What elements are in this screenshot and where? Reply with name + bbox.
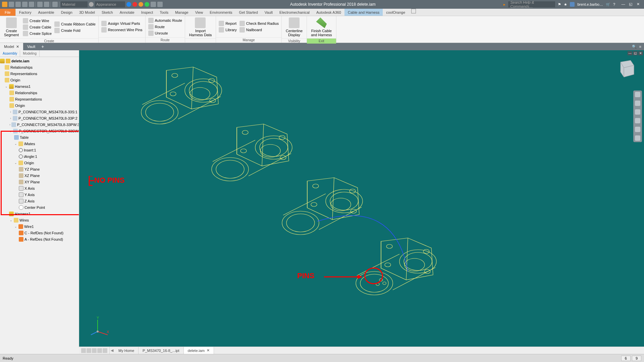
close-button[interactable]: ✕ [635, 2, 641, 7]
swatch-red[interactable] [132, 2, 137, 7]
tab-assemble[interactable]: Assemble [35, 9, 57, 16]
view-cube[interactable] [614, 57, 637, 80]
report-button[interactable]: Report [218, 20, 237, 26]
tab-factory[interactable]: Factory [16, 9, 35, 16]
vp-close-button[interactable]: ✕ [638, 51, 643, 55]
reconnect-wire-pins-button[interactable]: Reconnect Wire Pins [101, 27, 143, 33]
tree-c4-origin[interactable]: ⌄Origin [0, 160, 79, 166]
doctab-home[interactable]: My Home [114, 347, 139, 354]
tree-relationships[interactable]: Relationships [0, 64, 79, 70]
create-fold-button[interactable]: Create Fold [54, 27, 96, 34]
tab-inspect[interactable]: Inspect [138, 9, 156, 16]
open-icon[interactable] [9, 2, 14, 7]
material-dropdown[interactable]: Material [61, 1, 88, 7]
select-icon[interactable] [52, 2, 58, 7]
tree-connector-1[interactable]: ›P_CONNECTOR_MS3470L8-33S:1 [0, 109, 79, 115]
create-cable-button[interactable]: Create Cable [22, 24, 52, 30]
undo-icon[interactable] [22, 2, 28, 7]
tab-tools[interactable]: Tools [156, 9, 172, 16]
redo-icon[interactable] [29, 2, 34, 7]
check-bend-radius-button[interactable]: Check Bend Radius [239, 20, 279, 26]
tree-connector-2[interactable]: ›P_CONNECTOR_MS3470L8-33P:2 [0, 115, 79, 121]
fx-icon[interactable] [151, 2, 156, 7]
swatch-blue[interactable] [126, 2, 131, 7]
graphics-viewport[interactable]: — ◱ ✕ [79, 50, 644, 347]
tree-table[interactable]: Table [0, 134, 79, 140]
doctab-delete[interactable]: delete.iam✕ [184, 347, 214, 354]
add-panel-icon[interactable]: + [41, 44, 44, 49]
app-icon[interactable] [2, 2, 7, 7]
create-wire-button[interactable]: Create Wire [22, 18, 52, 24]
expand-icon[interactable]: › [9, 123, 10, 126]
tree-refdes-a[interactable]: A - RefDes (Not Found) [0, 236, 79, 242]
tree-h1-relationships[interactable]: Relationships [0, 89, 79, 96]
route-button[interactable]: Route [148, 24, 183, 30]
tree-harness1-bottom[interactable]: ⌄Harness1 [0, 210, 79, 217]
tree-wire1[interactable]: ⌄Wire1 [0, 223, 79, 230]
tree-xy-plane[interactable]: XY Plane [0, 179, 79, 185]
create-splice-button[interactable]: Create Splice [22, 31, 52, 37]
panel-tab-model[interactable]: Model✕ [0, 43, 23, 50]
collapse-icon[interactable]: ⌄ [14, 225, 17, 228]
team-icon[interactable] [44, 2, 49, 7]
user-name[interactable]: brent.e.barbo… [577, 2, 603, 6]
tree-h1-origin[interactable]: Origin [0, 102, 79, 109]
nav-fullnav-icon[interactable] [635, 101, 640, 106]
restore-button[interactable]: ◱ [627, 2, 634, 7]
tree-center-point[interactable]: Center Point [0, 204, 79, 210]
tree-root[interactable]: delete.iam [0, 58, 79, 64]
browser-tab-assembly[interactable]: Assembly [0, 50, 20, 57]
library-button[interactable]: Library [218, 27, 237, 33]
close-tab-icon[interactable]: ✕ [207, 348, 210, 353]
minimize-button[interactable]: — [620, 2, 627, 7]
star-icon[interactable]: ★ [564, 2, 567, 7]
mode-4-icon[interactable] [97, 348, 102, 353]
create-segment-button[interactable]: CreateSegment [2, 17, 21, 38]
mode-5-icon[interactable] [103, 348, 107, 353]
tab-view[interactable]: View [192, 9, 207, 16]
material-swatch[interactable] [89, 2, 94, 7]
tree-h1-representations[interactable]: Representations [0, 96, 79, 102]
mode-1-icon[interactable] [81, 348, 86, 353]
tree-yz-plane[interactable]: YZ Plane [0, 166, 79, 172]
tree-imates[interactable]: ⌄iMates [0, 140, 79, 147]
tree-z-axis[interactable]: Z Axis [0, 198, 79, 204]
tree-wires[interactable]: ⌄Wires [0, 217, 79, 223]
save-icon[interactable] [15, 2, 21, 7]
collapse-icon[interactable]: ⌄ [9, 129, 12, 133]
mode-3-icon[interactable] [92, 348, 97, 353]
nailboard-button[interactable]: Nailboard [239, 27, 279, 33]
expand-icon[interactable]: › [9, 110, 12, 114]
tab-manage[interactable]: Manage [172, 9, 192, 16]
ribbon-overflow-icon[interactable] [411, 9, 416, 13]
panel-search-icon[interactable]: 🔍 [632, 45, 637, 49]
file-tab[interactable]: File [0, 9, 16, 16]
finish-cable-harness-button[interactable]: Finish Cableand Harness [309, 17, 334, 38]
cart-icon[interactable]: 🛒 [606, 2, 610, 7]
automatic-route-button[interactable]: Automatic Route [148, 17, 183, 23]
tab-sketch[interactable]: Sketch [98, 9, 116, 16]
import-harness-data-button[interactable]: ImportHarness Data [187, 17, 214, 38]
close-panel-icon[interactable]: ✕ [16, 45, 19, 49]
tree-connector-3[interactable]: ›P_CONNECTOR_MS3470L8-33PW:3 [0, 121, 79, 128]
plus-icon[interactable] [157, 2, 163, 7]
collapse-icon[interactable]: ⌄ [5, 85, 8, 88]
centerline-display-button[interactable]: CenterlineDisplay [284, 17, 305, 38]
tab-design[interactable]: Design [58, 9, 76, 16]
tree-insert1[interactable]: Insert:1 [0, 147, 79, 153]
panel-tab-vault[interactable]: Vault [23, 43, 39, 50]
tree-representations[interactable]: Representations [0, 70, 79, 77]
tab-coolorange[interactable]: coolOrange [383, 9, 409, 16]
tab-getstarted[interactable]: Get Started [236, 9, 261, 16]
collapse-icon[interactable]: ⌄ [14, 142, 17, 145]
collapse-icon[interactable]: ⌄ [5, 212, 8, 216]
home-icon[interactable] [37, 2, 43, 7]
nav-zoom-icon[interactable] [635, 118, 640, 123]
vp-minimize-button[interactable]: — [628, 51, 632, 55]
tab-3dmodel[interactable]: 3D Model [76, 9, 98, 16]
expand-icon[interactable]: › [9, 117, 12, 120]
appearance-dropdown[interactable]: Appearance [95, 1, 125, 7]
doctab-part[interactable]: P_MS3470_16-8_...ipt [139, 347, 183, 354]
tree-x-axis[interactable]: X Axis [0, 185, 79, 191]
swatch-orange[interactable] [139, 2, 143, 7]
